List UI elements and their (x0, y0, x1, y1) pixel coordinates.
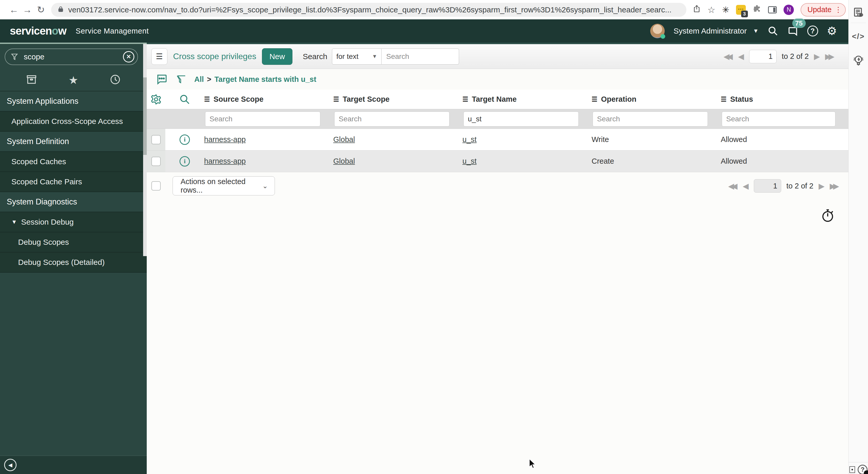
sidebar-item-application-cross-scope-access[interactable]: Application Cross-Scope Access (0, 111, 147, 132)
target-scope-link[interactable]: Global (333, 135, 355, 143)
filter-target-scope-input[interactable] (334, 111, 450, 127)
row-info-icon[interactable]: i (165, 156, 204, 167)
row-info-icon[interactable]: i (165, 135, 204, 145)
row-checkbox[interactable] (151, 157, 161, 166)
column-header-target-scope[interactable]: ☰Target Scope (333, 95, 462, 104)
first-page-icon[interactable]: ◀◀ (723, 52, 733, 61)
response-time-stopwatch-icon[interactable] (820, 208, 835, 224)
column-menu-icon[interactable]: ☰ (721, 96, 726, 103)
breadcrumb-all-link[interactable]: All (194, 75, 204, 83)
column-header-target-name[interactable]: ☰Target Name (462, 95, 592, 104)
row-checkbox[interactable] (151, 135, 161, 144)
user-name[interactable]: System Administrator (674, 27, 747, 35)
forward-icon[interactable]: → (21, 4, 34, 15)
list-settings-gear-icon[interactable] (147, 94, 165, 105)
select-all-checkbox[interactable] (151, 181, 161, 191)
navigator-filter-input[interactable] (24, 53, 109, 61)
breadcrumb-separator: > (207, 75, 211, 83)
collapse-triangle-icon[interactable]: ▼ (11, 219, 17, 225)
next-page-icon[interactable]: ▶ (819, 181, 825, 191)
reading-list-icon[interactable] (848, 7, 868, 19)
target-name-link[interactable]: u_st (462, 157, 476, 165)
last-page-icon[interactable]: ▶▶ (830, 181, 839, 191)
sidebar-item-debug-scopes-detailed[interactable]: Debug Scopes (Detailed) (0, 252, 147, 273)
browser-profile-avatar[interactable]: N (783, 5, 794, 15)
list-context-menu-icon[interactable]: ☰ (151, 48, 167, 65)
column-header-operation[interactable]: ☰Operation (592, 95, 721, 104)
sidebar-scrollbar-thumb[interactable] (143, 77, 147, 155)
column-menu-icon[interactable]: ☰ (462, 96, 468, 103)
back-icon[interactable]: ← (7, 4, 21, 15)
favorites-star-icon[interactable]: ★ (68, 74, 78, 87)
sidebar-section-system-diagnostics[interactable]: System Diagnostics (0, 192, 147, 212)
global-search-icon[interactable] (768, 26, 778, 36)
breadcrumb-funnel-icon[interactable] (176, 73, 187, 86)
column-header-status[interactable]: ☰Status (721, 95, 848, 104)
breadcrumb-row: All > Target Name starts with u_st (147, 69, 848, 90)
update-button[interactable]: Update ⋮ (801, 3, 846, 16)
target-scope-link[interactable]: Global (333, 157, 355, 165)
browser-menu-icon[interactable]: ⋮ (835, 5, 842, 14)
actions-chevron-icon: ⌄ (262, 182, 268, 190)
previous-page-icon[interactable]: ◀ (743, 181, 749, 191)
side-panel-icon[interactable] (768, 6, 777, 13)
user-avatar[interactable] (650, 24, 665, 38)
code-panel-icon[interactable]: </> (848, 32, 868, 41)
sidebar-scrollbar[interactable] (143, 44, 147, 256)
sidebar-item-scoped-cache-pairs[interactable]: Scoped Cache Pairs (0, 172, 147, 192)
reload-icon[interactable]: ↻ (34, 4, 48, 15)
navigator-filter-box[interactable]: ✕ (5, 48, 138, 65)
share-icon[interactable] (692, 4, 701, 15)
help-icon[interactable]: ? (807, 26, 818, 36)
collapse-sidebar-icon[interactable]: ◀ (4, 459, 17, 471)
filter-target-name-input[interactable] (463, 111, 579, 127)
list-search-input[interactable] (381, 48, 459, 65)
column-menu-icon[interactable]: ☰ (333, 96, 339, 103)
previous-page-icon[interactable]: ◀ (738, 52, 744, 61)
source-scope-link[interactable]: harness-app (204, 135, 246, 143)
settings-gear-icon[interactable]: ⚙ (827, 25, 837, 37)
extensions-puzzle-icon[interactable] (752, 4, 761, 15)
banner-actions: System Administrator ▼ 75 ? ⚙ (650, 24, 837, 38)
page-number-input[interactable] (754, 179, 781, 193)
column-search-toggle-icon[interactable] (165, 94, 204, 105)
status-cell: Allowed (721, 157, 848, 166)
corner-widget-icon[interactable] (849, 466, 855, 473)
conversations-icon[interactable]: 75 (787, 25, 799, 37)
extension-yellow-icon[interactable]: ... 3 (736, 5, 746, 15)
sidebar-item-scoped-caches[interactable]: Scoped Caches (0, 152, 147, 172)
history-clock-icon[interactable] (110, 74, 121, 86)
clear-filter-icon[interactable]: ✕ (123, 51, 134, 63)
select-caret-icon: ▼ (372, 54, 377, 59)
extension-spinner-icon[interactable]: ✳ (722, 5, 730, 15)
target-name-link[interactable]: u_st (462, 135, 476, 143)
idea-lightbulb-icon[interactable] (848, 54, 868, 67)
next-page-icon[interactable]: ▶ (814, 52, 820, 61)
address-bar[interactable]: ven03172.service-now.com/nav_to.do?uri=%… (51, 3, 686, 17)
source-scope-link[interactable]: harness-app (204, 157, 246, 165)
sidebar-group-session-debug[interactable]: ▼ Session Debug (0, 212, 147, 232)
filter-source-scope-input[interactable] (205, 111, 320, 127)
filter-status-input[interactable] (722, 111, 835, 127)
search-label: Search (303, 52, 327, 61)
column-header-source-scope[interactable]: ☰Source Scope (204, 95, 333, 104)
sidebar-item-debug-scopes[interactable]: Debug Scopes (0, 232, 147, 252)
actions-select[interactable]: Actions on selected rows... ⌄ (173, 176, 275, 196)
new-button[interactable]: New (262, 48, 292, 65)
last-page-icon[interactable]: ▶▶ (825, 52, 834, 61)
list-chat-icon[interactable] (154, 73, 168, 86)
sidebar-section-system-applications[interactable]: System Applications (0, 91, 147, 111)
bookmark-star-icon[interactable]: ☆ (708, 5, 715, 15)
search-type-select[interactable]: for text ▼ (332, 48, 381, 65)
sidebar-section-system-definition[interactable]: System Definition (0, 132, 147, 152)
user-menu-caret-icon[interactable]: ▼ (753, 28, 759, 34)
column-menu-icon[interactable]: ☰ (592, 96, 597, 103)
all-applications-icon[interactable] (26, 74, 37, 86)
filter-operation-input[interactable] (593, 111, 708, 127)
breadcrumb-filter-link[interactable]: Target Name starts with u_st (214, 75, 316, 83)
list-title[interactable]: Cross scope privileges (173, 52, 256, 61)
update-label: Update (807, 5, 832, 14)
column-menu-icon[interactable]: ☰ (204, 96, 210, 103)
page-number-input[interactable] (749, 50, 777, 63)
first-page-icon[interactable]: ◀◀ (728, 181, 738, 191)
